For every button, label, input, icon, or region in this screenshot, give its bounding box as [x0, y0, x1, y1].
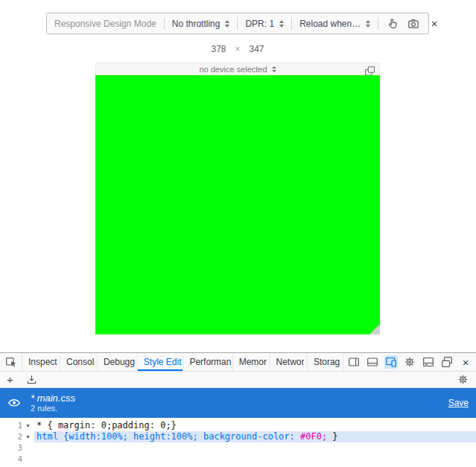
- toolbar-separator: [378, 17, 378, 30]
- toolbar-separator: [237, 17, 238, 30]
- tab-memory[interactable]: Memor: [233, 353, 270, 371]
- devtools-tabbar: Inspect Consol Debugg Style Edit Perform…: [0, 353, 476, 372]
- line-number: 3: [17, 442, 22, 454]
- chevron-updown-icon: [279, 20, 284, 28]
- responsive-design-mode-button[interactable]: [384, 355, 398, 369]
- close-icon: ×: [463, 357, 469, 368]
- import-icon: [26, 374, 37, 385]
- line-gutter: 1 ▾: [0, 420, 34, 431]
- dimensions-times-label: ×: [235, 44, 240, 54]
- save-link[interactable]: Save: [448, 398, 469, 408]
- devtools-toolbar-icons: ×: [343, 353, 476, 371]
- separate-window-button[interactable]: [440, 355, 454, 369]
- split-console-button[interactable]: [422, 355, 435, 369]
- line-number: 4: [17, 454, 22, 465]
- css-source-editor[interactable]: 1 ▾ * { margin: 0;padding: 0;} 2 ▾ html …: [0, 418, 476, 465]
- import-stylesheet-button[interactable]: [25, 373, 39, 387]
- tab-network[interactable]: Networ: [270, 353, 308, 371]
- new-stylesheet-button[interactable]: +: [7, 374, 13, 385]
- viewport-dimensions: 378 × 347: [95, 43, 380, 55]
- viewport-width-input[interactable]: 378: [211, 44, 226, 54]
- rdm-toolbar: Responsive Design Mode No throttling DPR…: [46, 13, 429, 34]
- separate-window-icon: [441, 356, 453, 368]
- line-gutter: 3: [0, 442, 34, 454]
- touch-simulation-button[interactable]: [386, 17, 399, 31]
- stylesheet-info: * main.css 2 rules.: [31, 393, 75, 413]
- style-editor-toolbar: +: [0, 372, 476, 388]
- gear-icon: [457, 374, 469, 385]
- dock-side-icon: [348, 356, 360, 368]
- css-token: }: [327, 431, 337, 442]
- css-token: html {width:100%; height:100%; backgroun…: [37, 431, 300, 442]
- tab-performance[interactable]: Performan: [183, 353, 232, 371]
- code-text[interactable]: [34, 442, 476, 454]
- stylesheet-name: * main.css: [31, 393, 75, 404]
- line-gutter: 2 ▾: [0, 431, 34, 442]
- pick-element-icon: [5, 356, 17, 368]
- css-token: * { margin: 0;padding: 0;}: [37, 420, 177, 431]
- dock-bottom-icon: [366, 356, 378, 368]
- split-console-icon: [422, 356, 434, 368]
- fold-marker-icon[interactable]: ▾: [25, 420, 31, 431]
- close-rdm-button[interactable]: ×: [428, 17, 441, 31]
- stylesheet-rule-count: 2 rules.: [31, 404, 75, 413]
- close-devtools-button[interactable]: ×: [459, 355, 472, 369]
- line-number: 1: [17, 420, 22, 431]
- toolbar-separator: [291, 17, 292, 30]
- code-line: 4: [0, 454, 476, 465]
- camera-icon: [407, 18, 419, 30]
- dpr-dropdown[interactable]: DPR: 1: [245, 19, 284, 29]
- code-text[interactable]: [34, 454, 476, 465]
- pick-element-button[interactable]: [0, 353, 22, 371]
- viewport-resize-handle[interactable]: [369, 324, 380, 334]
- chevron-updown-icon: [366, 20, 370, 28]
- throttling-value: No throttling: [172, 19, 220, 29]
- toggle-visibility-button[interactable]: [7, 396, 21, 410]
- gear-icon: [404, 356, 416, 368]
- device-selector[interactable]: no device selected: [95, 63, 380, 75]
- code-line: 1 ▾ * { margin: 0;padding: 0;}: [0, 420, 476, 431]
- touch-simulation-icon: [387, 18, 399, 30]
- line-number: 2: [17, 431, 22, 442]
- reload-condition-value: Reload when…: [299, 19, 361, 29]
- tab-inspector[interactable]: Inspect: [22, 353, 60, 371]
- tab-storage[interactable]: Storag: [308, 353, 343, 371]
- reload-condition-dropdown[interactable]: Reload when…: [299, 19, 370, 29]
- code-line: 3: [0, 442, 476, 454]
- code-line-active: 2 ▾ html {width:100%; height:100%; backg…: [0, 431, 476, 442]
- line-gutter: 4: [0, 454, 34, 465]
- tab-style-editor[interactable]: Style Edit: [138, 353, 184, 371]
- dock-side-button[interactable]: [347, 355, 361, 369]
- dpr-value: DPR: 1: [245, 19, 274, 29]
- rdm-mode-label: Responsive Design Mode: [54, 19, 156, 29]
- chevron-updown-icon: [272, 66, 276, 72]
- chevron-updown-icon: [225, 20, 229, 28]
- device-viewport: no device selected: [95, 63, 380, 334]
- style-editor-options-button[interactable]: [456, 373, 469, 387]
- eye-icon: [7, 396, 21, 410]
- responsive-design-mode-screen: Responsive Design Mode No throttling DPR…: [0, 0, 476, 467]
- stylesheet-list-item-selected[interactable]: * main.css 2 rules. Save: [0, 388, 476, 418]
- devtools-settings-button[interactable]: [403, 355, 416, 369]
- device-selector-label: no device selected: [199, 65, 267, 74]
- code-text[interactable]: * { margin: 0;padding: 0;}: [34, 420, 476, 431]
- tab-console[interactable]: Consol: [60, 353, 98, 371]
- screenshot-button[interactable]: [407, 17, 420, 31]
- tab-debugger[interactable]: Debugg: [98, 353, 138, 371]
- viewport-height-input[interactable]: 347: [250, 44, 264, 54]
- close-icon: ×: [431, 18, 438, 29]
- fold-marker-icon[interactable]: ▾: [25, 431, 31, 442]
- css-value-token: #0F0;: [300, 431, 327, 442]
- viewport-content[interactable]: [95, 75, 380, 334]
- responsive-design-mode-icon: [385, 356, 397, 368]
- throttling-dropdown[interactable]: No throttling: [172, 19, 230, 29]
- dock-bottom-button[interactable]: [366, 355, 379, 369]
- code-text[interactable]: html {width:100%; height:100%; backgroun…: [34, 431, 476, 442]
- devtools-panel: Inspect Consol Debugg Style Edit Perform…: [0, 352, 476, 467]
- toolbar-separator: [164, 17, 165, 30]
